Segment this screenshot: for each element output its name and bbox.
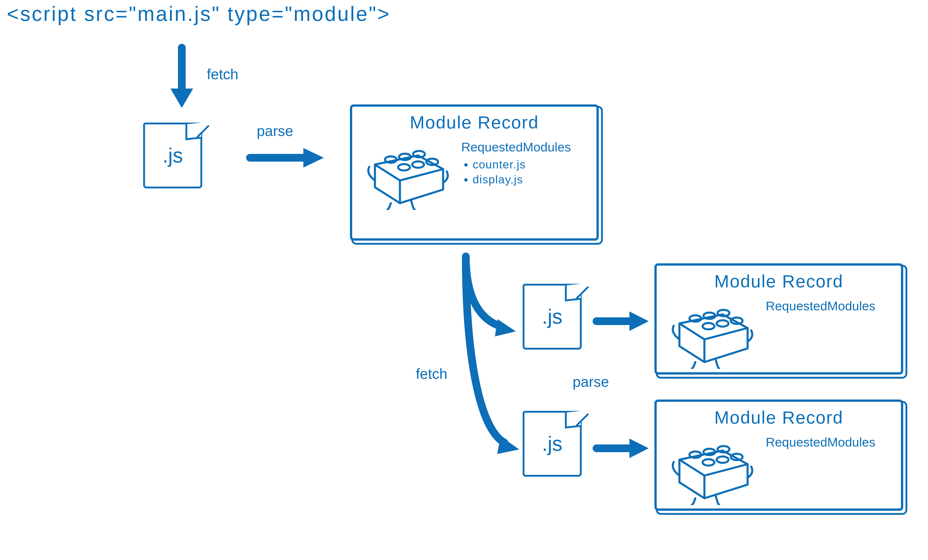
svg-point-26 <box>717 457 728 463</box>
svg-marker-15 <box>629 438 649 458</box>
brick-icon <box>670 294 757 369</box>
svg-marker-13 <box>629 312 649 331</box>
arrow-parse-2b <box>593 436 650 463</box>
arrow-fetch-1 <box>168 46 200 109</box>
svg-point-20 <box>717 320 728 327</box>
brick-icon <box>366 135 452 210</box>
list-item: display.js <box>473 173 571 186</box>
file-display-js: .js <box>523 411 582 477</box>
label-fetch-2: fetch <box>416 365 447 382</box>
label-fetch-1: fetch <box>207 66 238 83</box>
file-main-js: .js <box>143 123 202 189</box>
svg-point-24 <box>717 446 730 452</box>
list-item: counter.js <box>473 158 571 171</box>
svg-marker-3 <box>303 148 324 167</box>
script-tag-code: <script src="main.js" type="module"> <box>7 2 391 26</box>
svg-marker-1 <box>170 88 193 108</box>
requested-header: RequestedModules <box>766 298 876 313</box>
module-record-main: Module Record RequestedModules <box>350 104 599 240</box>
label-parse-1: parse <box>257 123 293 139</box>
svg-marker-11 <box>497 436 519 454</box>
svg-point-6 <box>413 151 425 157</box>
arrow-parse-2a <box>593 309 650 336</box>
svg-point-7 <box>398 164 410 170</box>
record-title: Module Record <box>657 402 901 430</box>
svg-point-8 <box>412 161 424 168</box>
requested-list: counter.js display.js <box>473 158 571 186</box>
module-record-counter: Module Record RequestedModules <box>655 263 903 374</box>
arrow-parse-1 <box>246 145 325 172</box>
module-record-display: Module Record RequestedModules <box>655 400 903 511</box>
brick-icon <box>670 430 757 505</box>
file-ext: .js <box>542 305 562 329</box>
svg-point-25 <box>702 459 714 466</box>
svg-point-18 <box>717 310 730 316</box>
record-title: Module Record <box>657 266 901 294</box>
file-ext: .js <box>542 432 562 456</box>
file-ext: .js <box>162 144 183 167</box>
requested-header: RequestedModules <box>461 140 571 154</box>
label-parse-2: parse <box>572 373 609 390</box>
file-counter-js: .js <box>523 284 582 350</box>
arrow-fetch-2b <box>452 252 525 465</box>
record-title: Module Record <box>352 107 597 135</box>
requested-header: RequestedModules <box>766 435 876 449</box>
svg-point-19 <box>702 323 714 329</box>
